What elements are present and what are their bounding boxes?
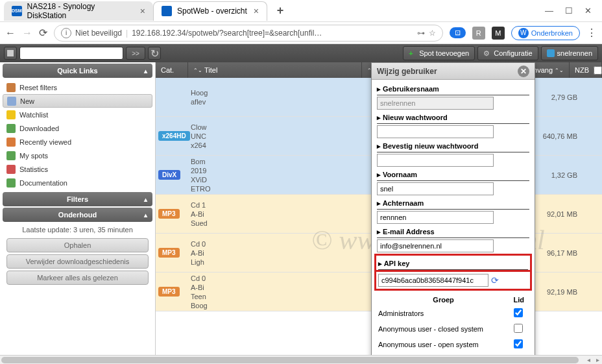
- svg-rect-0: [7, 50, 14, 56]
- favicon-spotweb: [162, 6, 172, 16]
- sidebar-header-onderhoud[interactable]: Onderhoud▴: [3, 208, 152, 222]
- sidebar-item-label: Documentation: [19, 179, 67, 187]
- sidebar-item[interactable]: Downloaded: [3, 121, 152, 135]
- chevron-up-icon: ▴: [144, 67, 147, 75]
- key-icon[interactable]: ⊶: [417, 29, 425, 38]
- ophalen-button[interactable]: Ophalen: [6, 238, 149, 252]
- edit-user-modal: Wijzig gebruiker ✕ Gebruikersnaam Nieuw …: [371, 62, 535, 355]
- extension-badge[interactable]: ⊡: [450, 27, 466, 38]
- col-cat[interactable]: Cat.: [156, 62, 188, 78]
- tab-label: SpotWeb - overzicht: [177, 6, 247, 16]
- tab-label: NAS218 - Synology DiskStation: [27, 2, 134, 20]
- plus-icon: +: [409, 49, 416, 57]
- search-input[interactable]: [19, 47, 123, 60]
- address-bar[interactable]: i Niet beveiligd | 192.168.192.34/spotwe…: [54, 25, 443, 42]
- config-button[interactable]: ⚙Configuratie: [477, 46, 538, 60]
- sidebar-header-filters[interactable]: Filters▴: [3, 192, 152, 206]
- extension-pill[interactable]: W Onderbroken: [511, 26, 580, 40]
- url-text: 192.168.192.34/spotweb/?search[tree]=&se…: [132, 29, 322, 38]
- col-groep: Groep: [378, 295, 509, 305]
- sidebar-icon: [6, 83, 16, 92]
- forward-button[interactable]: →: [22, 27, 32, 39]
- extension-m[interactable]: M: [492, 27, 505, 40]
- label-lastname: Achternaam: [377, 197, 529, 210]
- sidebar-item-label: Statistics: [19, 165, 48, 173]
- browser-tab-nas[interactable]: DSM NAS218 - Synology DiskStation ×: [4, 1, 153, 21]
- cell-title: Hoogaflev: [188, 88, 375, 106]
- group-checkbox[interactable]: [514, 339, 523, 348]
- sidebar-item-label: New: [20, 97, 34, 105]
- menu-button[interactable]: ⋮: [586, 27, 597, 39]
- star-icon[interactable]: ☆: [429, 29, 436, 38]
- input-confirmpw[interactable]: [377, 154, 494, 167]
- back-button[interactable]: ←: [5, 27, 16, 39]
- col-title[interactable]: ⌃⌄Titel: [188, 62, 362, 78]
- minimize-button[interactable]: —: [545, 6, 553, 16]
- sidebar-icon: [7, 97, 16, 106]
- sidebar-item[interactable]: Reset filters: [3, 80, 152, 94]
- category-badge: x264HD: [158, 131, 190, 141]
- close-icon[interactable]: ×: [254, 6, 259, 16]
- horizontal-scrollbar[interactable]: ◂▸: [0, 355, 602, 364]
- refresh-button[interactable]: ↻: [148, 47, 161, 60]
- cell-cat: MP3: [156, 287, 188, 297]
- sidebar-item[interactable]: My spots: [3, 149, 152, 162]
- sidebar-item[interactable]: New: [3, 94, 152, 108]
- pin-button[interactable]: [4, 47, 17, 60]
- sidebar-item[interactable]: Recently viewed: [3, 135, 152, 149]
- scrollbar-thumb[interactable]: [1, 357, 579, 363]
- sidebar-item-label: Watchlist: [19, 111, 48, 119]
- cell-size: 92,19 MB: [531, 288, 583, 296]
- maximize-button[interactable]: ☐: [565, 6, 573, 16]
- category-badge: MP3: [158, 248, 180, 258]
- sidebar-icon: [6, 165, 16, 174]
- cell-title: Cd 0A-BiTeenBoog: [188, 274, 375, 310]
- config-label: Configuratie: [494, 49, 532, 57]
- group-row: Administrators: [378, 306, 528, 321]
- input-email[interactable]: [377, 239, 494, 252]
- cell-cat: DivX: [156, 170, 188, 180]
- input-firstname[interactable]: [377, 182, 494, 195]
- label-confirmpw: Bevestig nieuw wachtwoord: [377, 140, 529, 152]
- group-name: Anonymous user - open system: [378, 337, 509, 352]
- sidebar-icon: [6, 110, 16, 119]
- input-newpw[interactable]: [377, 125, 494, 138]
- close-button[interactable]: ✕: [584, 6, 592, 16]
- close-icon[interactable]: ×: [140, 6, 145, 16]
- sidebar-item-label: Reset filters: [19, 84, 57, 91]
- group-checkbox[interactable]: [514, 308, 523, 317]
- col-nzb[interactable]: NZB: [570, 62, 602, 78]
- user-button[interactable]: snelrennen: [541, 46, 598, 60]
- label-firstname: Voornaam: [377, 168, 529, 181]
- cell-cat: MP3: [156, 248, 188, 258]
- update-info: Laatste update: 3 uren, 35 minuten: [0, 223, 155, 236]
- markeer-button[interactable]: Markeer alles als gelezen: [6, 271, 149, 285]
- close-icon[interactable]: ✕: [518, 66, 529, 77]
- browser-tab-spotweb[interactable]: SpotWeb - overzicht ×: [153, 1, 267, 21]
- nzb-checkbox-all[interactable]: [594, 66, 602, 75]
- pager-button[interactable]: >>: [126, 47, 145, 60]
- api-key-row: ⟳: [374, 270, 532, 291]
- group-name: Administrators: [378, 306, 509, 321]
- spot-add-button[interactable]: +Spot toevoegen: [403, 46, 475, 60]
- verwijder-button[interactable]: Verwijder downloadgeschiedenis: [6, 254, 149, 269]
- refresh-icon[interactable]: ⟳: [491, 275, 501, 285]
- sidebar-item[interactable]: Watchlist: [3, 108, 152, 121]
- reload-button[interactable]: ⟳: [39, 27, 47, 39]
- category-badge: MP3: [158, 287, 180, 297]
- cell-size: 96,17 MB: [531, 249, 583, 257]
- label-apikey: API key: [378, 257, 528, 270]
- input-apikey[interactable]: [378, 274, 488, 287]
- input-lastname[interactable]: [377, 211, 494, 224]
- scroll-right-icon[interactable]: ▸: [593, 356, 602, 363]
- app-toolbar: >> ↻ +Spot toevoegen ⚙Configuratie snelr…: [0, 44, 602, 62]
- sidebar-item[interactable]: Documentation: [3, 176, 152, 189]
- group-checkbox[interactable]: [514, 324, 523, 333]
- sidebar-item[interactable]: Statistics: [3, 162, 152, 176]
- scroll-left-icon[interactable]: ◂: [584, 356, 593, 363]
- sidebar-header-quicklinks[interactable]: Quick Links▴: [3, 64, 152, 78]
- info-icon[interactable]: i: [61, 28, 71, 38]
- modal-header[interactable]: Wijzig gebruiker ✕: [372, 63, 535, 80]
- new-tab-button[interactable]: +: [272, 4, 288, 18]
- extension-r[interactable]: R: [472, 27, 485, 40]
